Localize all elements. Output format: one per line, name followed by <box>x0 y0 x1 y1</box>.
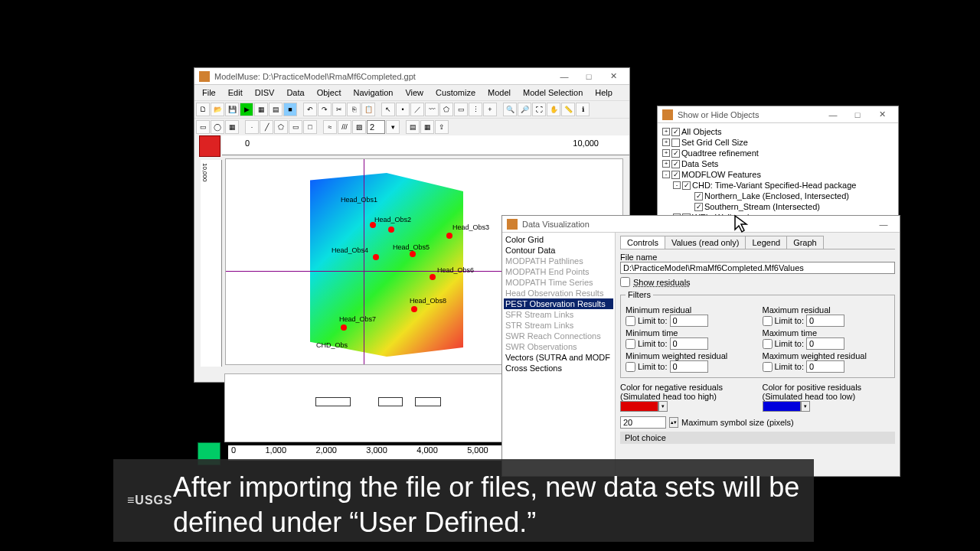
tree-row[interactable]: ✓Southern_Stream (Intersected) <box>662 201 893 212</box>
menu-object[interactable]: Object <box>312 86 346 99</box>
select-tool-icon[interactable]: ▭ <box>196 120 210 134</box>
shape-point-icon[interactable]: · <box>245 120 259 134</box>
tree-expand-icon[interactable]: + <box>662 139 670 146</box>
save-icon[interactable]: 💾 <box>225 103 239 116</box>
close-button[interactable]: ✕ <box>602 70 625 83</box>
tab-controls[interactable]: Controls <box>620 236 665 249</box>
min-wres-limit-checkbox[interactable] <box>626 362 635 372</box>
paste-icon[interactable]: 📋 <box>361 103 375 116</box>
tree-expand-icon[interactable]: + <box>662 128 670 135</box>
maximize-button[interactable]: □ <box>846 108 869 122</box>
tree-checkbox[interactable]: ✓ <box>694 192 703 201</box>
menu-data[interactable]: Data <box>282 86 309 99</box>
neg-color-dropdown-icon[interactable]: ▾ <box>658 401 668 412</box>
cut-icon[interactable]: ✂ <box>332 103 346 116</box>
color-icon[interactable]: ■ <box>283 103 297 116</box>
menu-view[interactable]: View <box>400 86 428 99</box>
menu-edit[interactable]: Edit <box>224 86 247 99</box>
minimize-button[interactable]: — <box>872 217 895 231</box>
hatch-icon[interactable]: /// <box>338 120 351 134</box>
tree-expand-icon[interactable]: + <box>662 149 670 157</box>
dataviz-list-item[interactable]: Color Grid <box>504 234 613 245</box>
grid-tool-icon[interactable]: ▦ <box>225 120 239 134</box>
tree-row[interactable]: +✓All Objects <box>662 126 893 137</box>
rect-tool-icon[interactable]: ▭ <box>454 103 468 116</box>
tree-checkbox[interactable]: ✓ <box>671 149 680 158</box>
max-residual-input[interactable] <box>806 315 844 327</box>
min-residual-input[interactable] <box>670 315 708 327</box>
zoom-in-icon[interactable]: 🔍 <box>503 103 517 116</box>
spinner-down-icon[interactable]: ▾ <box>386 120 400 134</box>
menu-file[interactable]: File <box>198 86 220 99</box>
tree-checkbox[interactable] <box>671 139 680 147</box>
max-wres-input[interactable] <box>806 360 844 373</box>
tree-checkbox[interactable]: ✓ <box>671 160 680 168</box>
dataviz-titlebar[interactable]: Data Visualization — <box>502 216 900 233</box>
measure-icon[interactable]: 📏 <box>561 103 575 116</box>
min-residual-limit-checkbox[interactable] <box>626 316 635 326</box>
obs-point[interactable] <box>411 306 417 312</box>
tree-checkbox[interactable]: ✓ <box>682 181 691 190</box>
add-vertex-icon[interactable]: + <box>483 103 497 116</box>
neg-color-swatch[interactable] <box>620 401 658 412</box>
pos-color-swatch[interactable] <box>763 401 801 412</box>
menu-model[interactable]: Model <box>483 86 515 99</box>
min-wres-input[interactable] <box>670 360 708 373</box>
symbol-size-spinner-icon[interactable]: ▴▾ <box>669 417 678 428</box>
info-icon[interactable]: ℹ <box>576 103 590 116</box>
copy-icon[interactable]: ⎘ <box>347 103 361 116</box>
minimize-button[interactable]: — <box>553 70 576 83</box>
tree-row[interactable]: ✓Northern_Lake (Enclosed, Intersected) <box>662 191 893 201</box>
max-residual-limit-checkbox[interactable] <box>763 316 773 326</box>
grid2-icon[interactable]: ▦ <box>420 120 434 134</box>
lasso-tool-icon[interactable]: ◯ <box>211 120 224 134</box>
objects-titlebar[interactable]: Show or Hide Objects — □ ✕ <box>658 106 898 123</box>
grid-icon[interactable]: ▦ <box>254 103 268 116</box>
dataviz-list-item[interactable]: Contour Data <box>504 245 613 256</box>
tree-row[interactable]: +✓Quadtree refinement <box>662 148 893 158</box>
shape-line-icon[interactable]: ╱ <box>260 120 273 134</box>
maximize-button[interactable]: □ <box>577 70 600 83</box>
tab-graph[interactable]: Graph <box>786 236 824 249</box>
tree-row[interactable]: -✓CHD: Time-Variant Specified-Head packa… <box>662 180 893 191</box>
obs-point[interactable] <box>410 251 416 257</box>
point-tool-icon[interactable]: • <box>396 103 410 116</box>
close-button[interactable]: ✕ <box>871 108 893 122</box>
menu-navigation[interactable]: Navigation <box>348 86 397 99</box>
tree-row[interactable]: -✓MODFLOW Features <box>662 169 893 180</box>
pan-icon[interactable]: ✋ <box>547 103 560 116</box>
line-tool-icon[interactable]: ／ <box>410 103 424 116</box>
filename-input[interactable] <box>620 262 895 274</box>
pointer-icon[interactable]: ↖ <box>381 103 395 116</box>
shape-square-icon[interactable]: □ <box>303 120 317 134</box>
tab-legend[interactable]: Legend <box>745 236 787 249</box>
new-file-icon[interactable]: 🗋 <box>196 103 210 116</box>
tree-expand-icon[interactable]: + <box>662 160 670 168</box>
dataviz-list-item[interactable]: PEST Observation Results <box>504 298 613 309</box>
redo-icon[interactable]: ↷ <box>318 103 332 116</box>
tab-values[interactable]: Values (read only) <box>665 236 746 249</box>
obs-point[interactable] <box>341 324 347 331</box>
obs-point[interactable] <box>430 274 436 280</box>
obs-point[interactable] <box>446 233 452 239</box>
min-time-input[interactable] <box>670 337 708 350</box>
tree-expand-icon[interactable]: - <box>673 181 681 189</box>
contour-icon[interactable]: ≈ <box>323 120 337 134</box>
shape-rect-icon[interactable]: ▭ <box>289 120 302 134</box>
pos-color-dropdown-icon[interactable]: ▾ <box>801 401 810 412</box>
obs-point[interactable] <box>373 254 379 260</box>
menu-help[interactable]: Help <box>590 86 617 99</box>
fill-icon[interactable]: ▨ <box>352 120 366 134</box>
layers-icon[interactable]: ▤ <box>269 103 283 116</box>
tree-checkbox[interactable]: ✓ <box>694 203 703 211</box>
max-time-input[interactable] <box>806 337 844 350</box>
open-file-icon[interactable]: 📂 <box>211 103 224 116</box>
table-icon[interactable]: ▤ <box>406 120 420 134</box>
shape-poly-icon[interactable]: ⬠ <box>274 120 288 134</box>
edit-vertex-icon[interactable]: ⋮ <box>469 103 482 116</box>
zoom-out-icon[interactable]: 🔎 <box>518 103 531 116</box>
run-icon[interactable]: ▶ <box>240 103 253 116</box>
zoom-extent-icon[interactable]: ⛶ <box>532 103 546 116</box>
tree-checkbox[interactable]: ✓ <box>671 171 680 179</box>
polygon-tool-icon[interactable]: ⬠ <box>439 103 453 116</box>
